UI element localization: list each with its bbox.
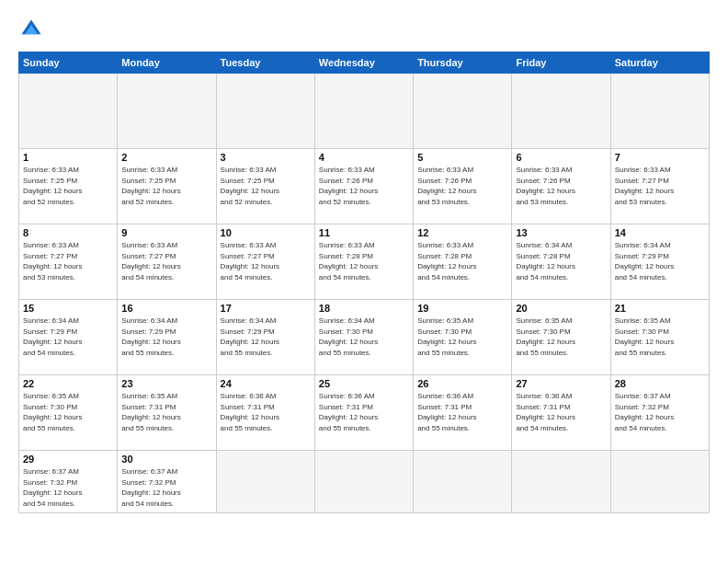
day-number: 28 (615, 378, 705, 389)
calendar-week-row: 1 Sunrise: 6:33 AMSunset: 7:25 PMDayligh… (19, 149, 710, 224)
calendar-cell (216, 451, 314, 513)
calendar-cell: 19 Sunrise: 6:35 AMSunset: 7:30 PMDaylig… (414, 300, 512, 375)
calendar-cell: 22 Sunrise: 6:35 AMSunset: 7:30 PMDaylig… (19, 375, 118, 451)
calendar-cell: 28 Sunrise: 6:37 AMSunset: 7:32 PMDaylig… (610, 375, 709, 451)
day-info: Sunrise: 6:33 AMSunset: 7:26 PMDaylight:… (516, 165, 606, 207)
calendar-cell: 27 Sunrise: 6:36 AMSunset: 7:31 PMDaylig… (512, 375, 610, 451)
day-info: Sunrise: 6:34 AMSunset: 7:28 PMDaylight:… (516, 240, 606, 282)
calendar-cell: 16 Sunrise: 6:34 AMSunset: 7:29 PMDaylig… (118, 300, 216, 375)
day-number: 30 (121, 454, 211, 465)
calendar-cell: 1 Sunrise: 6:33 AMSunset: 7:25 PMDayligh… (19, 149, 118, 224)
col-header-monday: Monday (118, 52, 216, 74)
day-info: Sunrise: 6:33 AMSunset: 7:25 PMDaylight:… (23, 165, 113, 207)
calendar-cell: 24 Sunrise: 6:36 AMSunset: 7:31 PMDaylig… (216, 375, 314, 451)
calendar-cell: 23 Sunrise: 6:35 AMSunset: 7:31 PMDaylig… (118, 375, 216, 451)
day-number: 14 (615, 227, 705, 238)
day-number: 16 (121, 303, 211, 314)
day-info: Sunrise: 6:33 AMSunset: 7:27 PMDaylight:… (615, 165, 705, 207)
day-number: 4 (319, 152, 409, 163)
calendar-cell: 25 Sunrise: 6:36 AMSunset: 7:31 PMDaylig… (314, 375, 413, 451)
calendar-cell: 29 Sunrise: 6:37 AMSunset: 7:32 PMDaylig… (19, 451, 118, 513)
calendar-cell: 4 Sunrise: 6:33 AMSunset: 7:26 PMDayligh… (314, 149, 413, 224)
day-info: Sunrise: 6:33 AMSunset: 7:25 PMDaylight:… (121, 165, 211, 207)
col-header-tuesday: Tuesday (216, 52, 314, 74)
day-number: 15 (23, 303, 113, 314)
calendar-week-row: 15 Sunrise: 6:34 AMSunset: 7:29 PMDaylig… (19, 300, 710, 375)
day-number: 17 (221, 303, 311, 314)
calendar-cell: 6 Sunrise: 6:33 AMSunset: 7:26 PMDayligh… (512, 149, 610, 224)
calendar-cell (118, 74, 216, 149)
day-number: 9 (121, 227, 211, 238)
calendar-cell: 17 Sunrise: 6:34 AMSunset: 7:29 PMDaylig… (216, 300, 314, 375)
calendar-cell: 26 Sunrise: 6:36 AMSunset: 7:31 PMDaylig… (414, 375, 512, 451)
day-info: Sunrise: 6:33 AMSunset: 7:26 PMDaylight:… (417, 165, 507, 207)
day-number: 10 (221, 227, 311, 238)
day-info: Sunrise: 6:34 AMSunset: 7:29 PMDaylight:… (615, 240, 705, 282)
day-info: Sunrise: 6:34 AMSunset: 7:30 PMDaylight:… (319, 316, 409, 358)
header (18, 17, 710, 42)
col-header-sunday: Sunday (19, 52, 118, 74)
day-number: 13 (516, 227, 606, 238)
calendar-cell: 9 Sunrise: 6:33 AMSunset: 7:27 PMDayligh… (118, 224, 216, 300)
day-info: Sunrise: 6:33 AMSunset: 7:26 PMDaylight:… (319, 165, 409, 207)
calendar-week-row: 8 Sunrise: 6:33 AMSunset: 7:27 PMDayligh… (19, 224, 710, 300)
calendar-week-row (19, 74, 710, 149)
calendar-cell: 18 Sunrise: 6:34 AMSunset: 7:30 PMDaylig… (314, 300, 413, 375)
calendar-cell (414, 451, 512, 513)
calendar-week-row: 29 Sunrise: 6:37 AMSunset: 7:32 PMDaylig… (19, 451, 710, 513)
day-number: 22 (23, 378, 113, 389)
calendar-cell: 30 Sunrise: 6:37 AMSunset: 7:32 PMDaylig… (118, 451, 216, 513)
day-number: 21 (615, 303, 705, 314)
day-info: Sunrise: 6:36 AMSunset: 7:31 PMDaylight:… (417, 391, 507, 433)
day-info: Sunrise: 6:37 AMSunset: 7:32 PMDaylight:… (23, 466, 113, 509)
calendar-cell (610, 74, 709, 149)
calendar-cell (216, 74, 314, 149)
day-number: 29 (23, 454, 113, 465)
day-number: 1 (23, 152, 113, 163)
day-info: Sunrise: 6:33 AMSunset: 7:27 PMDaylight:… (121, 240, 211, 282)
page: SundayMondayTuesdayWednesdayThursdayFrid… (0, 0, 728, 563)
day-info: Sunrise: 6:37 AMSunset: 7:32 PMDaylight:… (121, 466, 211, 509)
calendar-cell (512, 74, 610, 149)
day-number: 7 (615, 152, 705, 163)
calendar-cell: 8 Sunrise: 6:33 AMSunset: 7:27 PMDayligh… (19, 224, 118, 300)
day-info: Sunrise: 6:35 AMSunset: 7:30 PMDaylight:… (516, 316, 606, 358)
day-info: Sunrise: 6:33 AMSunset: 7:27 PMDaylight:… (221, 240, 311, 282)
day-info: Sunrise: 6:33 AMSunset: 7:27 PMDaylight:… (23, 240, 113, 282)
col-header-thursday: Thursday (414, 52, 512, 74)
day-number: 6 (516, 152, 606, 163)
day-info: Sunrise: 6:34 AMSunset: 7:29 PMDaylight:… (221, 316, 311, 358)
col-header-saturday: Saturday (610, 52, 709, 74)
day-info: Sunrise: 6:36 AMSunset: 7:31 PMDaylight:… (221, 391, 311, 433)
day-number: 2 (121, 152, 211, 163)
day-number: 25 (319, 378, 409, 389)
col-header-wednesday: Wednesday (314, 52, 413, 74)
day-info: Sunrise: 6:35 AMSunset: 7:30 PMDaylight:… (417, 316, 507, 358)
day-number: 20 (516, 303, 606, 314)
day-number: 8 (23, 227, 113, 238)
day-number: 12 (417, 227, 507, 238)
day-info: Sunrise: 6:33 AMSunset: 7:25 PMDaylight:… (221, 165, 311, 207)
day-number: 26 (417, 378, 507, 389)
calendar-cell: 11 Sunrise: 6:33 AMSunset: 7:28 PMDaylig… (314, 224, 413, 300)
day-info: Sunrise: 6:35 AMSunset: 7:31 PMDaylight:… (121, 391, 211, 433)
day-number: 24 (221, 378, 311, 389)
calendar-cell: 21 Sunrise: 6:35 AMSunset: 7:30 PMDaylig… (610, 300, 709, 375)
calendar-week-row: 22 Sunrise: 6:35 AMSunset: 7:30 PMDaylig… (19, 375, 710, 451)
calendar-header-row: SundayMondayTuesdayWednesdayThursdayFrid… (19, 52, 710, 74)
day-number: 5 (417, 152, 507, 163)
day-info: Sunrise: 6:33 AMSunset: 7:28 PMDaylight:… (319, 240, 409, 282)
calendar-cell: 12 Sunrise: 6:33 AMSunset: 7:28 PMDaylig… (414, 224, 512, 300)
calendar-cell (314, 74, 413, 149)
day-info: Sunrise: 6:36 AMSunset: 7:31 PMDaylight:… (516, 391, 606, 433)
calendar-cell: 14 Sunrise: 6:34 AMSunset: 7:29 PMDaylig… (610, 224, 709, 300)
col-header-friday: Friday (512, 52, 610, 74)
day-info: Sunrise: 6:36 AMSunset: 7:31 PMDaylight:… (319, 391, 409, 433)
day-info: Sunrise: 6:35 AMSunset: 7:30 PMDaylight:… (23, 391, 113, 433)
calendar-cell (19, 74, 118, 149)
day-info: Sunrise: 6:34 AMSunset: 7:29 PMDaylight:… (23, 316, 113, 358)
calendar-cell: 10 Sunrise: 6:33 AMSunset: 7:27 PMDaylig… (216, 224, 314, 300)
day-number: 11 (319, 227, 409, 238)
calendar-cell: 2 Sunrise: 6:33 AMSunset: 7:25 PMDayligh… (118, 149, 216, 224)
calendar-cell: 15 Sunrise: 6:34 AMSunset: 7:29 PMDaylig… (19, 300, 118, 375)
